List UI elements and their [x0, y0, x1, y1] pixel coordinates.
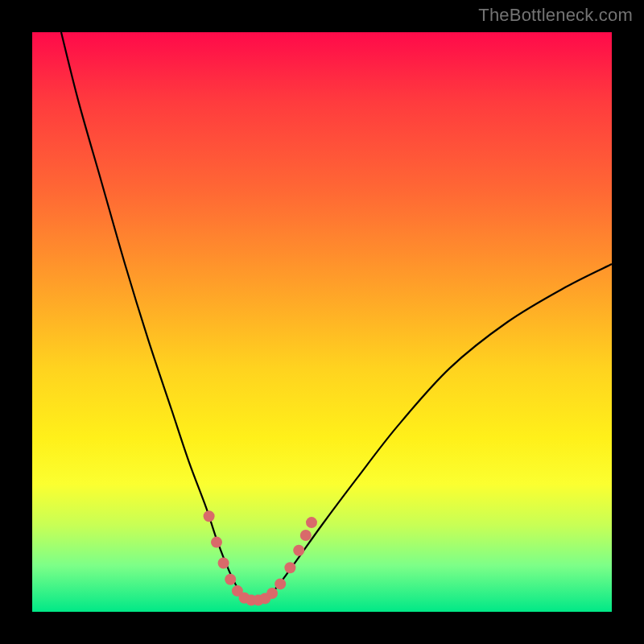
highlight-dot — [266, 588, 278, 599]
highlight-dots-group — [204, 510, 317, 605]
highlight-dot — [225, 574, 236, 585]
highlight-dot — [293, 545, 304, 556]
curve-svg — [32, 32, 612, 612]
chart-frame: TheBottleneck.com — [0, 0, 644, 644]
highlight-dot — [300, 530, 312, 541]
highlight-dot — [284, 562, 295, 573]
bottleneck-curve — [61, 32, 612, 601]
highlight-dot — [218, 558, 229, 569]
highlight-dot — [211, 537, 222, 548]
highlight-dot — [275, 578, 286, 589]
watermark-text: TheBottleneck.com — [478, 5, 633, 26]
highlight-dot — [306, 517, 317, 528]
highlight-dot — [204, 510, 215, 522]
plot-area — [32, 32, 612, 612]
